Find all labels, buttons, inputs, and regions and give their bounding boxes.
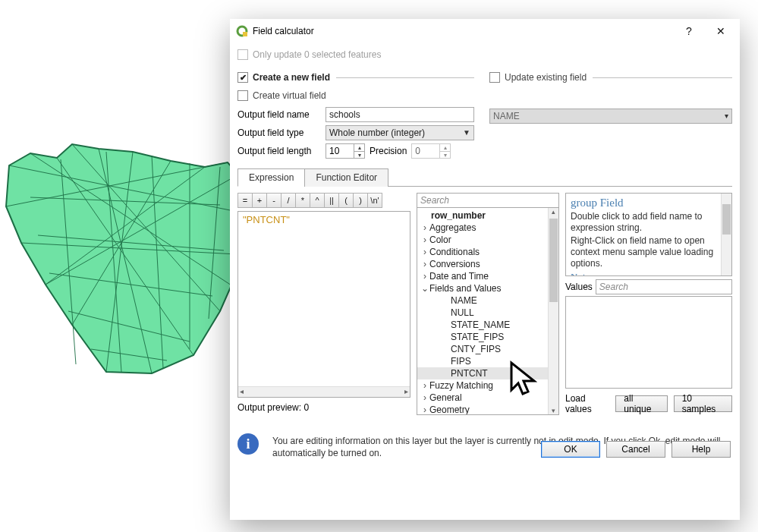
info-icon: i [237,433,259,455]
help-button[interactable]: Help [672,441,731,458]
map-background [0,121,243,395]
output-field-type-label: Output field type [237,127,321,138]
tree-item[interactable]: ›Conditionals [417,246,548,258]
field-calculator-dialog: Field calculator ? ✕ Only update 0 selec… [230,19,740,520]
op-lparen[interactable]: ( [338,193,354,208]
tab-function-editor[interactable]: Function Editor [304,168,388,187]
dialog-title: Field calculator [253,26,673,36]
tab-expression[interactable]: Expression [237,168,305,187]
op-newline[interactable]: \n' [367,193,382,208]
create-new-field-checkbox[interactable] [237,72,248,83]
op-minus[interactable]: - [266,193,281,208]
create-virtual-field-label: Create virtual field [253,90,326,101]
values-label: Values [565,282,593,292]
chevron-down-icon: ▾ [725,112,728,120]
ok-button[interactable]: OK [541,441,600,458]
tree-item[interactable]: ›General [417,392,548,404]
output-field-name-label: Output field name [237,109,321,120]
tree-item[interactable]: ›Aggregates [417,222,548,234]
create-new-field-label: Create a new field [253,72,330,83]
op-power[interactable]: ^ [310,193,325,208]
values-list[interactable] [565,296,732,389]
create-virtual-field-checkbox[interactable]: Create virtual field [237,87,474,104]
op-multiply[interactable]: * [295,193,310,208]
output-field-name-input[interactable]: schools [326,107,474,122]
operator-bar: = + - / * ^ || ( ) \n' [237,193,410,208]
close-button[interactable]: ✕ [705,20,737,42]
tree-item[interactable]: CNTY_FIPS [417,343,548,355]
op-concat[interactable]: || [324,193,339,208]
vertical-scrollbar[interactable] [548,208,558,414]
tree-item[interactable]: STATE_FIPS [417,331,548,343]
tree-item[interactable]: FIPS [417,355,548,367]
update-existing-field-label: Update existing field [505,72,587,83]
tree-item[interactable]: ›Conversions [417,258,548,270]
values-search-input[interactable]: Search [596,279,732,294]
chevron-down-icon: ▼ [463,128,470,137]
function-search-input[interactable]: Search [417,193,559,208]
only-update-selected-checkbox: Only update 0 selected features [237,46,732,63]
tree-item[interactable]: PNTCNT [417,367,548,379]
tree-item[interactable]: NAME [417,294,548,307]
help-notes: Notes [571,271,727,276]
help-line1: Double click to add field name to expres… [571,211,727,234]
qgis-icon [236,25,248,37]
expression-input[interactable]: "PNTCNT" ◂▸ [237,211,410,398]
cancel-button[interactable]: Cancel [606,441,665,458]
output-field-type-select[interactable]: Whole number (integer)▼ [326,125,474,140]
only-update-selected-label: Only update 0 selected features [253,49,381,60]
tree-item[interactable]: STATE_NAME [417,319,548,331]
precision-label: Precision [370,146,407,156]
help-line2: Right-Click on field name to open contex… [571,235,727,269]
tree-item[interactable]: ›Fuzzy Matching [417,379,548,392]
help-titlebar-button[interactable]: ? [673,20,705,42]
ten-samples-button[interactable]: 10 samples [674,395,732,412]
op-rparen[interactable]: ) [353,193,368,208]
tree-item[interactable]: ›Geometry [417,404,548,415]
tree-item[interactable]: ›Color [417,234,548,246]
op-divide[interactable]: / [281,193,296,208]
svg-rect-1 [243,32,247,36]
vertical-scrollbar[interactable] [721,194,731,275]
tab-bar: Expression Function Editor [237,168,732,187]
op-plus[interactable]: + [252,193,267,208]
update-existing-field-checkbox[interactable] [489,72,500,83]
tree-item[interactable]: ⌄Fields and Values [417,282,548,294]
output-preview-label: Output preview: 0 [237,402,410,413]
tree-item[interactable]: ›Date and Time [417,270,548,282]
load-values-label: Load values [565,393,609,414]
op-equals[interactable]: = [237,193,253,208]
titlebar: Field calculator ? ✕ [230,19,740,43]
help-heading: group Field [571,197,727,209]
tree-item[interactable]: row_number [417,209,548,222]
update-existing-field-select: NAME▾ [489,109,732,124]
tree-item[interactable]: NULL [417,307,548,319]
function-tree[interactable]: row_number›Aggregates›Color›Conditionals… [417,208,559,415]
all-unique-button[interactable]: all unique [615,395,667,412]
horizontal-scrollbar[interactable]: ◂▸ [238,386,410,397]
output-field-length-stepper[interactable]: 10 ▴▾ [326,143,365,159]
output-field-length-label: Output field length [237,146,321,156]
precision-stepper[interactable]: 0 ▴▾ [411,143,451,159]
help-panel: group Field Double click to add field na… [565,193,732,276]
